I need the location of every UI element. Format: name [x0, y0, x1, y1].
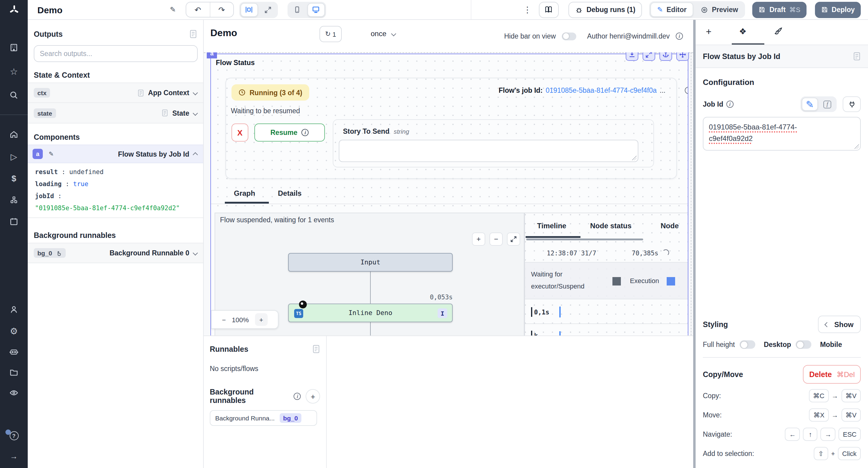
runs-play-icon[interactable]: ▷: [0, 152, 28, 161]
component-list-row[interactable]: a ✎ Flow Status by Job Id: [28, 144, 203, 163]
search-outputs-input[interactable]: [34, 45, 198, 62]
flow-job-id-link[interactable]: 0191085e-5baa-81ef-4774-c9ef4f0a: [546, 87, 657, 94]
author-info-icon[interactable]: i: [676, 33, 683, 40]
edit-title-pencil-icon[interactable]: ✎: [170, 5, 176, 14]
doc-panel-icon[interactable]: [189, 30, 197, 38]
schedule-dropdown[interactable]: once: [371, 30, 396, 38]
chevron-down-icon[interactable]: [193, 90, 198, 96]
flow-status-component[interactable]: a Flow Status: [210, 54, 688, 335]
cancel-flow-button[interactable]: X: [231, 124, 248, 141]
chevron-up-icon[interactable]: [193, 153, 198, 158]
resume-button[interactable]: Resume i: [254, 124, 325, 141]
editor-preview-toggle: ✎ Editor Preview: [649, 1, 745, 18]
settings-gear-icon[interactable]: ⚙: [0, 326, 28, 337]
card-info-icon[interactable]: i: [685, 83, 688, 94]
eval-input-mode-button[interactable]: f: [819, 98, 835, 111]
folders-icon[interactable]: [0, 367, 28, 377]
mobile-view-button[interactable]: [289, 3, 306, 16]
static-input-mode-button[interactable]: ✎: [802, 98, 818, 111]
redo-button[interactable]: ↷: [210, 2, 233, 17]
background-runnable-row[interactable]: bg_0 Background Runnable 0: [28, 243, 203, 263]
add-background-runnable-button[interactable]: +: [306, 389, 320, 404]
mobile-label: Mobile: [820, 341, 842, 348]
canvas-grid[interactable]: a Flow Status: [204, 53, 693, 335]
home-icon[interactable]: [0, 130, 28, 139]
kbd-cmd-v: ⌘V: [841, 389, 861, 402]
hide-bar-toggle[interactable]: [562, 32, 576, 40]
draft-button[interactable]: Draft⌘S: [752, 1, 806, 18]
fullwidth-layout-button[interactable]: [259, 3, 277, 16]
state-label: State: [173, 109, 189, 116]
component-tag[interactable]: a: [207, 53, 217, 59]
expand-component-button[interactable]: [643, 53, 655, 61]
desktop-view-button[interactable]: [307, 3, 325, 16]
resize-handle[interactable]: [632, 156, 637, 160]
background-info-icon[interactable]: i: [294, 393, 301, 400]
background-runnable-item[interactable]: Background Runna... bg_0: [210, 410, 317, 426]
zoom-in-button[interactable]: +: [255, 313, 268, 326]
component-settings-tab[interactable]: ❖: [739, 27, 747, 36]
insert-component-tab[interactable]: +: [706, 27, 712, 37]
resources-cubes-icon[interactable]: [0, 195, 28, 205]
help-icon[interactable]: ?: [0, 431, 28, 440]
undo-button[interactable]: ↶: [186, 2, 210, 17]
audit-eye-icon[interactable]: [0, 388, 28, 398]
tab-graph[interactable]: Graph: [234, 189, 255, 198]
anchor-button[interactable]: [659, 53, 672, 61]
centered-layout-button[interactable]: [241, 3, 258, 16]
tab-node-status[interactable]: Node status: [590, 222, 631, 230]
jobid-input[interactable]: 0191085e-5baa-81ef-4774- c9ef4f0a92d2: [703, 117, 861, 151]
tab-node-definition[interactable]: Node: [661, 222, 679, 230]
story-textarea[interactable]: [339, 140, 638, 162]
connect-input-button[interactable]: [843, 96, 861, 112]
move-component-button[interactable]: [676, 53, 689, 61]
chevron-down-icon[interactable]: [193, 250, 198, 256]
spinner-icon: [662, 249, 669, 256]
workers-robot-icon[interactable]: [0, 347, 28, 357]
variables-dollar-icon[interactable]: $: [0, 173, 28, 183]
preview-tab[interactable]: Preview: [694, 2, 744, 17]
doc-icon[interactable]: [161, 109, 168, 117]
expand-rail-arrow-icon[interactable]: →: [0, 452, 28, 461]
chevron-down-icon[interactable]: [193, 110, 198, 115]
refresh-count-button[interactable]: ↻ 1: [319, 26, 342, 42]
user-icon[interactable]: [0, 305, 28, 314]
fill-height-button[interactable]: [626, 53, 638, 61]
zoom-out-button[interactable]: −: [222, 316, 226, 323]
resume-info-icon: i: [302, 129, 309, 136]
docs-book-button[interactable]: [539, 1, 559, 18]
favorites-star-icon[interactable]: ☆: [0, 66, 28, 77]
styling-tab[interactable]: [774, 27, 783, 36]
ctx-row[interactable]: ctx App Context: [28, 82, 203, 103]
resize-handle[interactable]: [854, 144, 859, 149]
show-styling-button[interactable]: Show: [818, 315, 861, 333]
typescript-badge: TS: [294, 309, 303, 318]
tab-timeline[interactable]: Timeline: [537, 222, 566, 230]
debug-runs-button[interactable]: Debug runs (1): [568, 1, 642, 18]
jobid-info-icon[interactable]: i: [726, 101, 734, 108]
more-options-kebab-icon[interactable]: ⋮: [523, 5, 532, 14]
graph-node-inline-deno[interactable]: TS Inline Deno I: [288, 304, 453, 322]
section-divider: [703, 357, 861, 358]
delete-component-button[interactable]: Delete⌘Del: [803, 365, 861, 384]
doc-panel-icon[interactable]: [853, 52, 861, 61]
graph-zoom-out-button[interactable]: −: [490, 233, 503, 246]
full-height-toggle[interactable]: [740, 340, 755, 349]
panel-resize-divider[interactable]: [693, 20, 695, 468]
doc-icon[interactable]: [137, 89, 144, 97]
graph-fit-button[interactable]: [507, 233, 520, 246]
editor-tab[interactable]: ✎ Editor: [650, 2, 693, 17]
tab-details[interactable]: Details: [278, 189, 302, 198]
graph-zoom-in-button[interactable]: +: [472, 233, 485, 246]
workspace-icon[interactable]: [0, 43, 28, 53]
search-icon[interactable]: [0, 90, 28, 100]
windmill-logo[interactable]: [0, 0, 28, 20]
state-row[interactable]: state State: [28, 103, 203, 124]
desktop-toggle[interactable]: [796, 340, 812, 349]
graph-node-input[interactable]: Input: [288, 253, 453, 272]
deploy-button[interactable]: Deploy: [815, 1, 861, 18]
schedules-calendar-icon[interactable]: [0, 217, 28, 227]
flow-status-card: Running (3 of 4) Flow's job Id: 0191085e…: [225, 78, 677, 179]
rename-pencil-icon[interactable]: ✎: [46, 148, 57, 159]
doc-panel-icon[interactable]: [312, 344, 320, 354]
